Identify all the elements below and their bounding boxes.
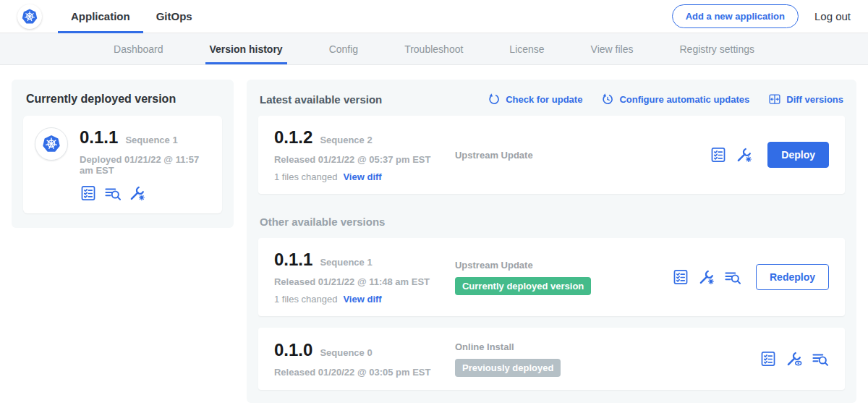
tab-gitops[interactable]: GitOps [143,0,205,33]
deployed-sequence-label: Sequence 1 [125,135,177,145]
currently-deployed-badge: Currently deployed version [455,277,591,295]
configure-automatic-updates-link[interactable]: Configure automatic updates [601,93,749,106]
files-changed-label: 1 files changed [274,294,337,305]
edit-config-icon[interactable] [698,268,715,286]
tab-gitops-label: GitOps [156,10,192,22]
add-application-button[interactable]: Add a new application [672,4,799,28]
currently-deployed-card: Currently deployed version 0.1.1 Sequenc… [12,80,234,228]
sequence-label: Sequence 0 [320,347,372,358]
edit-config-icon[interactable] [736,146,753,163]
schedule-update-icon [601,93,614,106]
tab-application[interactable]: Application [58,0,143,33]
header-actions: Add a new application Log out [672,4,856,28]
subnav-troubleshoot[interactable]: Troubleshoot [404,33,463,64]
version-label: 0.1.0 [274,340,312,360]
version-row-0-1-1: 0.1.1 Sequence 1 Released 01/21/22 @ 11:… [258,238,845,316]
checklist-icon[interactable] [760,350,777,367]
view-config-icon[interactable] [786,350,803,367]
checklist-icon[interactable] [672,268,689,286]
version-source-label: Upstream Update [455,150,672,161]
deployed-card-title: Currently deployed version [26,93,222,106]
panel-actions: Check for update Configure automatic upd… [488,93,843,106]
view-diff-link[interactable]: View diff [343,171,381,182]
deployed-version-label: 0.1.1 [80,127,118,148]
deployed-timestamp: Deployed 01/21/22 @ 11:57 am EST [80,154,210,176]
deployed-version-card: 0.1.1 Sequence 1 Deployed 01/21/22 @ 11:… [23,116,222,213]
diff-versions-link[interactable]: Diff versions [768,93,843,106]
redeploy-button[interactable]: Redeploy [756,264,829,290]
subnav-registry-settings[interactable]: Registry settings [680,33,754,64]
version-label: 0.1.2 [274,127,312,148]
app-header: Application GitOps Add a new application… [0,0,868,33]
released-timestamp: Released 01/20/22 @ 03:05 pm EST [274,367,455,378]
subnav-view-files[interactable]: View files [591,33,634,64]
subnav-version-history[interactable]: Version history [210,33,283,64]
version-label: 0.1.1 [274,250,312,270]
app-logo-icon [35,127,68,161]
refresh-icon [488,93,501,106]
check-for-update-link[interactable]: Check for update [488,93,582,106]
released-timestamp: Released 01/21/22 @ 05:37 pm EST [274,154,455,165]
app-subnav: Dashboard Version history Config Trouble… [0,33,868,65]
diff-icon [768,93,781,106]
tab-application-label: Application [71,10,130,22]
subnav-config[interactable]: Config [329,33,358,64]
version-source-label: Online Install [455,341,672,352]
main-content: Currently deployed version 0.1.1 Sequenc… [0,65,868,403]
view-logs-icon[interactable] [724,268,741,286]
version-history-panel: Latest available version Check for updat… [247,80,856,403]
previously-deployed-badge: Previously deployed [455,359,561,377]
sequence-label: Sequence 1 [320,257,372,268]
latest-version-title: Latest available version [260,93,382,106]
app-tabs: Application GitOps [58,0,205,33]
sequence-label: Sequence 2 [320,135,372,145]
version-row-0-1-0: 0.1.0 Sequence 0 Released 01/20/22 @ 03:… [258,328,845,390]
checklist-icon[interactable] [80,184,97,202]
subnav-dashboard[interactable]: Dashboard [114,33,163,64]
version-row-0-1-2: 0.1.2 Sequence 2 Released 01/21/22 @ 05:… [258,116,845,194]
view-logs-icon[interactable] [812,350,829,367]
version-source-label: Upstream Update [455,260,672,271]
view-diff-link[interactable]: View diff [343,294,381,305]
checklist-icon[interactable] [710,146,727,163]
deploy-button[interactable]: Deploy [767,142,829,168]
subnav-license[interactable]: License [509,33,544,64]
view-logs-icon[interactable] [104,184,122,202]
files-changed-label: 1 files changed [274,171,337,182]
logout-button[interactable]: Log out [814,10,856,22]
kubernetes-logo-icon [17,4,42,29]
edit-config-icon[interactable] [129,184,146,202]
released-timestamp: Released 01/21/22 @ 11:48 am EST [274,276,455,287]
other-versions-title: Other available versions [260,216,843,228]
